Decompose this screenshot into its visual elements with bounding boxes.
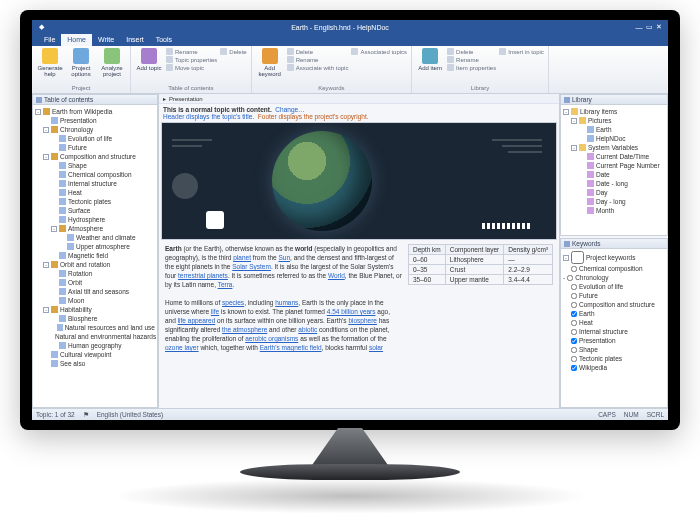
- hyperlink[interactable]: aerobic organisms: [245, 335, 298, 342]
- expand-toggle[interactable]: -: [35, 109, 41, 115]
- tree-item[interactable]: Upper atmosphere: [33, 242, 157, 251]
- tree-item[interactable]: Presentation: [33, 116, 157, 125]
- expand-toggle[interactable]: -: [43, 154, 49, 160]
- expand-toggle[interactable]: -: [43, 262, 49, 268]
- tree-item[interactable]: -Pictures: [561, 116, 667, 125]
- tab-write[interactable]: Write: [92, 34, 120, 46]
- tree-item[interactable]: Evolution of life: [33, 134, 157, 143]
- close-button[interactable]: ✕: [654, 23, 664, 31]
- hyperlink[interactable]: the atmosphere: [222, 326, 267, 333]
- expand-toggle[interactable]: -: [563, 255, 569, 261]
- hyperlink[interactable]: Solar System: [232, 263, 271, 270]
- tree-item[interactable]: -Habitability: [33, 305, 157, 314]
- tree-item[interactable]: Earth: [561, 125, 667, 134]
- tree-item[interactable]: Natural resources and land use: [33, 323, 157, 332]
- keyword-item[interactable]: Future: [561, 291, 667, 300]
- toc-tree[interactable]: -Earth from WikipediaPresentation-Chrono…: [33, 105, 157, 407]
- keyword-item[interactable]: Tectonic plates: [561, 354, 667, 363]
- tree-item[interactable]: Cultural viewpoint: [33, 350, 157, 359]
- tree-item[interactable]: -Chronology: [33, 125, 157, 134]
- keyword-root[interactable]: -Project keywords: [561, 251, 667, 264]
- rename-topic-button[interactable]: Rename: [166, 48, 217, 55]
- tree-item[interactable]: Orbit: [33, 278, 157, 287]
- keyword-item[interactable]: Wikipedia: [561, 363, 667, 372]
- hyperlink[interactable]: Sun: [278, 254, 290, 261]
- tab-insert[interactable]: Insert: [120, 34, 150, 46]
- hyperlink[interactable]: terrestrial planets: [178, 272, 228, 279]
- tree-item[interactable]: Current Date/Time: [561, 152, 667, 161]
- tree-item[interactable]: -Composition and structure: [33, 152, 157, 161]
- hyperlink[interactable]: biosphere: [348, 317, 377, 324]
- keyword-item[interactable]: -Chronology: [561, 273, 667, 282]
- hyperlink[interactable]: World: [328, 272, 345, 279]
- keyword-item[interactable]: Chemical composition: [561, 264, 667, 273]
- change-link[interactable]: Change…: [275, 106, 304, 113]
- tree-item[interactable]: -Atmosphere: [33, 224, 157, 233]
- tree-item[interactable]: -Orbit and rotation: [33, 260, 157, 269]
- keyword-item[interactable]: Heat: [561, 318, 667, 327]
- maximize-button[interactable]: ▭: [644, 23, 654, 31]
- tree-item[interactable]: Shape: [33, 161, 157, 170]
- tree-item[interactable]: Day: [561, 188, 667, 197]
- keyword-checkbox[interactable]: [571, 320, 577, 326]
- keyword-checkbox[interactable]: [567, 275, 573, 281]
- tree-item[interactable]: Internal structure: [33, 179, 157, 188]
- keywords-tree[interactable]: -Project keywordsChemical composition-Ch…: [561, 249, 667, 407]
- tree-item[interactable]: Tectonic plates: [33, 197, 157, 206]
- keyword-item[interactable]: Evolution of life: [561, 282, 667, 291]
- keyword-checkbox[interactable]: [571, 311, 577, 317]
- keyword-checkbox[interactable]: [571, 302, 577, 308]
- expand-toggle[interactable]: -: [51, 226, 57, 232]
- expand-toggle[interactable]: -: [563, 109, 569, 115]
- tree-item[interactable]: -Earth from Wikipedia: [33, 107, 157, 116]
- tree-item[interactable]: Heat: [33, 188, 157, 197]
- expand-toggle[interactable]: -: [43, 127, 49, 133]
- expand-toggle[interactable]: -: [571, 118, 577, 124]
- add-keyword-button[interactable]: Add keyword: [256, 48, 284, 77]
- keyword-checkbox[interactable]: [571, 365, 577, 371]
- insert-in-topic-button[interactable]: Insert in topic: [499, 48, 544, 55]
- tree-item[interactable]: Future: [33, 143, 157, 152]
- library-item-props-button[interactable]: Item properties: [447, 64, 496, 71]
- tree-item[interactable]: -Library items: [561, 107, 667, 116]
- keyword-checkbox[interactable]: [571, 266, 577, 272]
- topic-properties-button[interactable]: Topic properties: [166, 56, 217, 63]
- associate-keyword-button[interactable]: Associate with topic: [287, 64, 349, 71]
- hyperlink[interactable]: life appeared: [178, 317, 216, 324]
- tree-item[interactable]: Surface: [33, 206, 157, 215]
- keyword-item[interactable]: Earth: [561, 309, 667, 318]
- keyword-checkbox[interactable]: [571, 338, 577, 344]
- hyperlink[interactable]: solar: [369, 344, 383, 351]
- delete-library-item-button[interactable]: Delete: [447, 48, 496, 55]
- minimize-button[interactable]: —: [634, 24, 644, 31]
- generate-help-button[interactable]: Generate help: [36, 48, 64, 77]
- tree-item[interactable]: Human geography: [33, 341, 157, 350]
- keyword-checkbox[interactable]: [571, 284, 577, 290]
- hyperlink[interactable]: humans: [275, 299, 298, 306]
- keyword-item[interactable]: Internal structure: [561, 327, 667, 336]
- hyperlink[interactable]: abiotic: [298, 326, 317, 333]
- hyperlink[interactable]: Terra: [218, 281, 233, 288]
- tree-item[interactable]: Magnetic field: [33, 251, 157, 260]
- hyperlink[interactable]: ozone layer: [165, 344, 199, 351]
- keyword-checkbox[interactable]: [571, 347, 577, 353]
- analyze-project-button[interactable]: Analyze project: [98, 48, 126, 77]
- document-body[interactable]: Earth (or the Earth), otherwise known as…: [159, 240, 559, 408]
- tree-item[interactable]: Current Page Number: [561, 161, 667, 170]
- keyword-item[interactable]: Shape: [561, 345, 667, 354]
- tree-item[interactable]: Moon: [33, 296, 157, 305]
- library-tree[interactable]: -Library items-PicturesEarthHelpNDoc-Sys…: [561, 105, 667, 235]
- tree-item[interactable]: Date: [561, 170, 667, 179]
- move-topic-button[interactable]: Move topic: [166, 64, 217, 71]
- tree-item[interactable]: See also: [33, 359, 157, 368]
- tree-item[interactable]: Month: [561, 206, 667, 215]
- hyperlink[interactable]: life: [211, 308, 219, 315]
- tree-item[interactable]: Chemical composition: [33, 170, 157, 179]
- tree-item[interactable]: Day - long: [561, 197, 667, 206]
- hyperlink[interactable]: Earth's magnetic field: [260, 344, 322, 351]
- delete-keyword-button[interactable]: Delete: [287, 48, 349, 55]
- tree-item[interactable]: Weather and climate: [33, 233, 157, 242]
- tree-item[interactable]: Date - long: [561, 179, 667, 188]
- hyperlink[interactable]: planet: [233, 254, 251, 261]
- tree-item[interactable]: Hydrosphere: [33, 215, 157, 224]
